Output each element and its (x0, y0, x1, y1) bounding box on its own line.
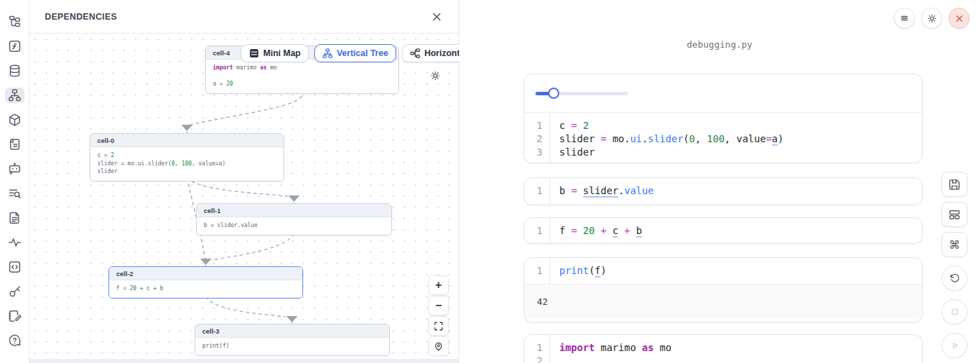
line-number-gutter: 12 (524, 335, 550, 363)
notebook-filename[interactable]: debugging.py (459, 39, 980, 50)
notebook-top-buttons (894, 8, 969, 29)
notebook-area: debugging.py 123c = 2slider = mo.ui.slid… (459, 0, 980, 363)
cell-code-editor[interactable]: 123c = 2slider = mo.ui.slider(0, 100, va… (524, 113, 922, 163)
graph-node-code: b = slider.value (197, 217, 391, 235)
vertical-tree-button[interactable]: Vertical Tree (314, 44, 396, 62)
horizontal-tree-button[interactable]: Horizontal Tree (402, 44, 459, 62)
notebook-cell-slider[interactable]: 123c = 2slider = mo.ui.slider(0, 100, va… (524, 74, 923, 163)
code-line: slider = mo.ui.slider(0, 100, value=a) (559, 132, 783, 146)
graph-node-code: print(f) (195, 338, 389, 355)
vertical-tree-label: Vertical Tree (337, 48, 388, 58)
line-number: 1 (524, 264, 550, 278)
slider-thumb[interactable] (548, 88, 559, 99)
graph-node-title: cell-0 (90, 134, 284, 147)
graph-node-cell-1[interactable]: cell-1 b = slider.value (196, 203, 392, 235)
code-line: import marimo as mo (559, 341, 671, 355)
zoom-in-button[interactable]: + (428, 275, 449, 295)
panel-title: DEPENDENCIES (45, 12, 117, 22)
graph-node-code: import marimo as mo a = 20 (206, 60, 398, 93)
scratchpad-icon[interactable] (5, 308, 24, 324)
line-number: 1 (524, 224, 550, 238)
cell-code-editor[interactable]: 1f = 20 + c + b (524, 218, 922, 244)
database-icon[interactable] (5, 63, 24, 78)
notebook-menu-button[interactable] (894, 8, 915, 29)
horizontal-tree-label: Horizontal Tree (424, 48, 459, 58)
graph-node-cell-3[interactable]: cell-3 print(f) (195, 324, 390, 356)
file-tree-icon[interactable] (5, 14, 24, 29)
key-icon[interactable] (5, 284, 24, 299)
dependency-graph-canvas[interactable]: cell-4 import marimo as mo a = 20 cell-0… (29, 34, 459, 363)
line-number-gutter: 1 (524, 178, 550, 204)
horizontal-tree-icon (410, 48, 420, 58)
snippets-icon[interactable] (5, 210, 24, 226)
code-lines: c = 2slider = mo.ui.slider(0, 100, value… (550, 113, 783, 163)
graph-settings-gear-icon[interactable] (430, 70, 441, 84)
line-number: 1 (524, 184, 550, 198)
line-number-gutter: 1 (524, 218, 550, 244)
keyboard-shortcuts-button[interactable]: ⌘ (941, 232, 967, 257)
marimo-app: DEPENDENCIES cell-4 (0, 0, 980, 363)
slider-widget[interactable] (536, 92, 628, 95)
function-square-icon[interactable] (5, 39, 24, 54)
mini-map-icon (249, 48, 259, 58)
code-line: f = 20 + c + b (559, 224, 642, 238)
zoom-out-button[interactable]: − (428, 296, 449, 315)
notebook-cell-b[interactable]: 1b = slider.value (524, 177, 923, 205)
vertical-tree-icon (323, 48, 332, 58)
locate-pin-button[interactable] (428, 336, 449, 356)
code-line: c = 2 (559, 119, 783, 132)
code-lines: f = 20 + c + b (550, 218, 642, 244)
line-number: 2 (524, 132, 550, 146)
chat-bot-icon[interactable] (5, 161, 24, 177)
line-number: 1 (524, 119, 550, 132)
notebook-cell-import[interactable]: 12import marimo as mo (524, 334, 923, 363)
graph-node-code: f = 20 + c + b (109, 280, 302, 298)
graph-node-cell-0[interactable]: cell-0 c = 2slider = mo.ui.slider(0, 100… (90, 133, 284, 182)
undo-button[interactable] (941, 266, 967, 291)
layout-toggle-button[interactable] (941, 202, 967, 227)
graph-node-cell-2[interactable]: cell-2 f = 20 + c + b (108, 266, 303, 299)
log-search-icon[interactable] (5, 186, 24, 201)
dependency-graph-icon[interactable] (5, 88, 24, 103)
code-lines: import marimo as mo (550, 335, 671, 363)
graph-node-title: cell-3 (195, 324, 389, 338)
run-button[interactable] (941, 333, 967, 358)
code-line: print(f) (559, 264, 606, 278)
graph-view-toolbar: Mini Map Vertical Tree Horizontal Tree (241, 44, 459, 62)
scroll-icon[interactable] (5, 137, 24, 152)
line-number: 2 (524, 355, 550, 363)
save-button[interactable] (941, 172, 967, 197)
graph-node-title: cell-2 (109, 267, 302, 280)
notebook-action-rail: ⌘ (941, 172, 967, 358)
left-icon-sidebar (0, 0, 29, 363)
cell-output: 42 (524, 284, 922, 319)
shutdown-close-button[interactable] (948, 8, 969, 29)
slider-output-row (524, 74, 922, 113)
notebook-cell-f[interactable]: 1f = 20 + c + b (524, 217, 923, 244)
code-lines: print(f) (550, 258, 606, 284)
graph-zoom-controls: + − (428, 275, 449, 356)
panel-bottom-edge (29, 359, 459, 363)
cell-code-editor[interactable]: 12import marimo as mo (524, 335, 922, 363)
code-line: b = slider.value (559, 184, 654, 198)
code-block-icon[interactable] (5, 259, 24, 275)
help-icon[interactable] (5, 333, 24, 348)
dependencies-panel: DEPENDENCIES cell-4 (29, 0, 459, 363)
code-line (559, 355, 671, 363)
notebook-cell-print[interactable]: 1print(f) 42 (524, 257, 923, 322)
close-panel-icon[interactable] (429, 9, 444, 25)
line-number: 1 (524, 341, 550, 355)
dependencies-panel-header: DEPENDENCIES (29, 0, 458, 34)
cell-code-editor[interactable]: 1b = slider.value (524, 178, 922, 204)
graph-node-title: cell-1 (197, 204, 391, 217)
package-icon[interactable] (5, 112, 24, 128)
command-icon: ⌘ (949, 238, 960, 252)
mini-map-button[interactable]: Mini Map (241, 44, 309, 62)
activity-icon[interactable] (5, 235, 24, 250)
notebook-settings-gear-button[interactable] (921, 8, 942, 29)
cell-code-editor[interactable]: 1print(f) (524, 258, 922, 284)
line-number: 3 (524, 146, 550, 159)
fit-view-button[interactable] (428, 316, 449, 336)
line-number-gutter: 1 (524, 258, 550, 284)
stop-button[interactable] (941, 299, 967, 324)
